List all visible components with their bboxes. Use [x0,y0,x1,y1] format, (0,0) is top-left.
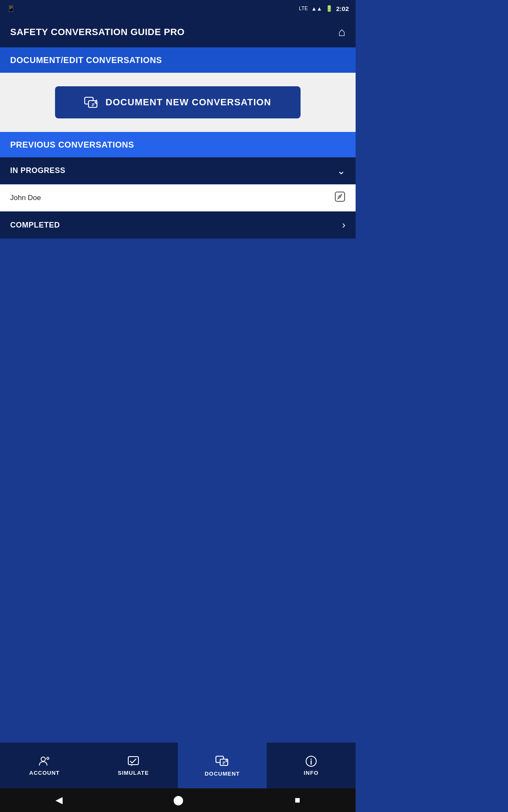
completed-row[interactable]: COMPLETED › [0,211,356,239]
nav-document-label: DOCUMENT [204,771,240,777]
svg-point-7 [340,196,341,197]
previous-conversations-title: PREVIOUS CONVERSATIONS [10,140,134,150]
android-home-button[interactable]: ⬤ [163,791,194,809]
android-recent-button[interactable]: ■ [284,791,310,809]
android-back-button[interactable]: ◀ [45,791,73,809]
bottom-nav: ACCOUNT SIMULATE DOCUMENT INFO [0,743,356,788]
status-left: 📱 [7,5,15,13]
nav-item-account[interactable]: ACCOUNT [0,743,89,788]
in-progress-label: IN PROGRESS [10,166,66,175]
button-area: DOCUMENT NEW CONVERSATION [0,73,356,132]
signal-icon: ▲▲ [311,5,322,12]
status-right: LTE ▲▲ 🔋 2:02 [299,5,349,12]
nav-item-document[interactable]: DOCUMENT [178,743,267,788]
nav-item-info[interactable]: INFO [267,743,356,788]
document-chat-icon [84,96,98,109]
svg-rect-14 [128,757,138,765]
conversation-list-item[interactable]: John Doe [0,184,356,211]
section-title: DOCUMENT/EDIT CONVERSATIONS [10,55,162,65]
app-title: SAFETY CONVERSATION GUIDE PRO [10,27,185,38]
nav-simulate-label: SIMULATE [118,770,149,776]
nav-account-label: ACCOUNT [29,770,60,776]
previous-conversations-header: PREVIOUS CONVERSATIONS [0,132,356,157]
status-bar: 📱 LTE ▲▲ 🔋 2:02 [0,0,356,17]
lte-icon: LTE [299,5,308,11]
nav-info-label: INFO [304,770,318,776]
chevron-right-icon: › [342,219,345,231]
svg-point-9 [47,757,49,759]
completed-label: COMPLETED [10,221,60,230]
doc-new-label: DOCUMENT NEW CONVERSATION [105,97,271,108]
conversation-name: John Doe [10,194,41,202]
battery-icon: 🔋 [326,5,333,12]
edit-icon[interactable] [334,191,345,205]
document-new-conversation-button[interactable]: DOCUMENT NEW CONVERSATION [55,86,301,118]
chevron-down-icon: ⌄ [337,165,345,177]
status-time: 2:02 [336,5,349,12]
svg-point-22 [311,758,312,760]
simulate-icon [127,755,139,767]
fill-area [0,239,356,743]
account-icon [39,755,50,767]
android-nav-bar: ◀ ⬤ ■ [0,788,356,812]
nav-document-icon [215,754,229,768]
section-header: DOCUMENT/EDIT CONVERSATIONS [0,47,356,73]
app-header: SAFETY CONVERSATION GUIDE PRO ⌂ [0,17,356,47]
in-progress-row[interactable]: IN PROGRESS ⌄ [0,157,356,184]
nav-item-simulate[interactable]: SIMULATE [89,743,178,788]
svg-point-8 [41,757,45,761]
phone-sim-icon: 📱 [7,5,15,13]
info-icon [305,755,317,767]
home-icon[interactable]: ⌂ [338,25,345,39]
